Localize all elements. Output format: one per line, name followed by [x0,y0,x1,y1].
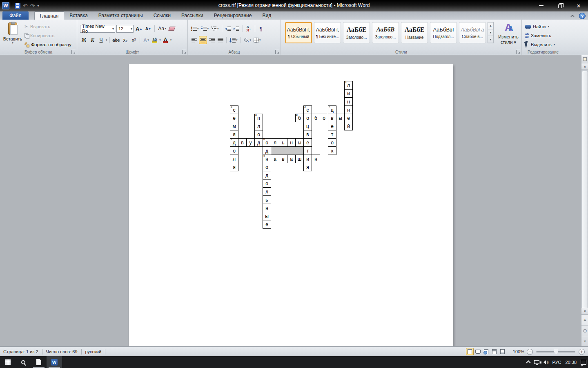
print-layout-view-button[interactable] [466,348,474,355]
style-card-3[interactable]: АаБбВЗаголово... [372,22,399,43]
crossword-cell-r9c7[interactable]: а [287,155,296,163]
minimize-button[interactable] [532,0,550,11]
crossword-cell-r8c12[interactable]: к [328,146,336,155]
crossword-cell-r4c14[interactable]: е [344,114,353,122]
document-page[interactable]: 1лин2с3с4цне5п6бобовыемлцейяовт7двуд8оль… [129,64,453,346]
crossword-cell-r9c4[interactable]: 9н [263,155,271,163]
zoom-in-button[interactable]: + [579,349,585,355]
crossword-cell-r15c4[interactable]: н [263,204,271,212]
restore-button[interactable] [550,0,569,11]
font-family-combobox[interactable]: Times New Ro ▾ [80,25,115,33]
style-card-4[interactable]: АаБбЕНазвание [401,22,428,43]
align-right-button[interactable] [208,36,216,44]
align-center-button[interactable] [199,36,207,44]
paste-button[interactable]: Вставить ▾ [3,21,22,52]
underline-button[interactable]: Ч [97,36,105,44]
crossword-cell-r4c12[interactable]: в [328,114,336,122]
crossword-cell-r7c8[interactable]: ы [295,138,304,147]
crossword-cell-r9c5[interactable]: а [271,155,279,163]
crossword-cell-r4c9[interactable]: о [303,114,312,122]
font-color-button[interactable]: А [162,36,169,44]
align-left-button[interactable] [190,36,198,44]
shading-button[interactable]: ▾ [243,36,252,44]
style-card-5[interactable]: АаБбВвІПодзагол... [430,22,457,43]
crossword-cell-r7c3[interactable]: д [254,138,263,147]
crossword-cell-r17c4[interactable]: е [263,220,271,229]
crossword-cell-r3c12[interactable]: 4ц [328,105,336,114]
subscript-button[interactable]: х₂ [121,36,129,44]
action-center-icon[interactable] [581,360,586,365]
clear-formatting-button[interactable] [168,25,176,33]
sort-button[interactable]: А Я ↓ [245,25,253,33]
crossword-cell-r7c9[interactable]: е [303,138,312,147]
crossword-cell-r16c4[interactable]: ы [263,212,271,220]
select-button[interactable]: Выделить ▾ [525,41,555,48]
crossword-cell-r14c4[interactable]: ь [263,195,271,204]
crossword-cell-r4c10[interactable]: б [312,114,320,122]
crossword-cell-r4c11[interactable]: о [320,114,328,122]
numbering-button[interactable]: ▾ [200,25,210,33]
previous-page-button[interactable]: ⏶ [581,314,588,325]
crossword-cell-r3c14[interactable]: н [344,105,353,114]
crossword-cell-r0c14[interactable]: 1л [344,81,353,90]
crossword-cell-r4c13[interactable]: ы [336,114,345,122]
crossword-cell-r7c0[interactable]: 7д [230,138,238,147]
crossword-cell-r2c14[interactable]: н [344,97,353,106]
borders-button[interactable]: ▾ [253,36,262,44]
word-count[interactable]: Число слов: 69 [46,349,78,354]
crossword-cell-r5c14[interactable]: й [344,122,353,130]
draft-view-button[interactable] [499,348,506,355]
crossword-cell-r7c12[interactable]: о [328,138,336,147]
tab-вставка[interactable]: Вставка [64,11,93,20]
tray-expand-icon[interactable] [526,360,531,365]
start-button[interactable] [0,356,16,368]
zoom-out-button[interactable]: − [527,349,533,355]
text-effects-button[interactable]: А▾ [142,36,150,44]
network-icon[interactable] [534,360,539,364]
show-marks-button[interactable]: ¶ [257,25,265,33]
crossword-cell-r7c1[interactable]: в [238,138,247,147]
style-card-6[interactable]: АаБбВвГаСлабое в... [459,22,486,43]
crossword-cell-r8c0[interactable]: о [230,146,238,155]
crossword-shaded-block[interactable] [271,146,304,155]
crossword-cell-r10c0[interactable]: я [230,163,238,171]
crossword-cell-r9c0[interactable]: л [230,155,238,163]
crossword-cell-r6c12[interactable]: т [328,130,336,139]
tab-главная[interactable]: Главная [34,11,65,20]
vertical-scrollbar[interactable]: ▲ ▼ ⏶ ◯ ⏷ [581,55,588,346]
zoom-slider[interactable] [536,351,575,352]
crossword-cell-r10c4[interactable]: о [263,163,271,171]
font-size-combobox[interactable]: 12 ▾ [116,25,134,33]
crossword-cell-r13c4[interactable]: л [263,187,271,196]
crossword-cell-r9c6[interactable]: в [279,155,287,163]
clipboard-dialog-launcher[interactable] [71,50,76,54]
italic-button[interactable]: К [89,36,96,44]
find-button[interactable]: Найти ▾ [525,23,549,30]
increase-indent-button[interactable] [233,25,241,33]
tab-вид[interactable]: Вид [257,11,276,20]
crossword-cell-r5c9[interactable]: ц [303,122,312,130]
styles-dialog-launcher[interactable] [516,50,520,54]
bold-button[interactable]: Ж [80,36,88,44]
crossword-cell-r6c9[interactable]: в [303,130,312,139]
crossword-cell-r7c4[interactable]: 8о [263,138,271,147]
ruler-toggle-button[interactable] [581,55,588,63]
scroll-up-button[interactable]: ▲ [581,63,588,70]
crossword-cell-r5c0[interactable]: м [230,122,238,130]
taskbar-search-button[interactable] [16,356,31,368]
styles-gallery-scrollbar[interactable]: ▲ ▼ ▼ [488,22,494,43]
tab-разметка-страницы[interactable]: Разметка страницы [93,11,148,20]
crossword-cell-r9c8[interactable]: ш [295,155,304,163]
select-browse-object-button[interactable]: ◯ [581,325,588,336]
style-card-2[interactable]: АаБбЕЗаголово... [343,22,370,43]
strikethrough-button[interactable]: abc [112,36,121,44]
style-card-1[interactable]: АаБбВвГг,¶ Без инте... [314,22,341,43]
reading-view-button[interactable] [474,348,482,355]
grow-font-button[interactable]: А▲ [135,25,143,33]
decrease-indent-button[interactable] [224,25,232,33]
crossword-cell-r4c0[interactable]: е [230,114,238,122]
scroll-down-icon[interactable]: ▼ [488,29,493,36]
scrollbar-thumb[interactable] [582,71,588,312]
gallery-expand-icon[interactable]: ▼ [488,36,493,43]
crossword-cell-r6c0[interactable]: я [230,130,238,139]
